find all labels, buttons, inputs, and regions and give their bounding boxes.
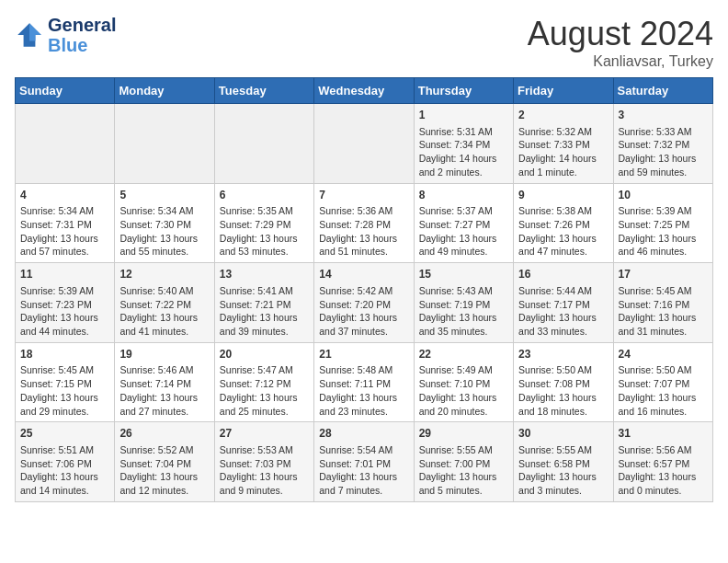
day-number: 24 bbox=[619, 347, 708, 362]
day-info: Sunset: 7:12 PM bbox=[220, 377, 309, 391]
month-year-title: August 2024 bbox=[528, 15, 713, 53]
day-cell-1: 1Sunrise: 5:31 AMSunset: 7:34 PMDaylight… bbox=[414, 104, 513, 184]
day-cell-21: 21Sunrise: 5:48 AMSunset: 7:11 PMDayligh… bbox=[314, 342, 414, 422]
weekday-header-monday: Monday bbox=[115, 78, 214, 104]
day-number: 19 bbox=[119, 347, 209, 362]
day-info: Daylight: 13 hours and 29 minutes. bbox=[20, 391, 109, 418]
day-info: Sunrise: 5:55 AM bbox=[419, 443, 508, 457]
day-info: Daylight: 13 hours and 23 minutes. bbox=[319, 391, 408, 418]
day-info: Daylight: 13 hours and 7 minutes. bbox=[319, 470, 408, 497]
weekday-header-tuesday: Tuesday bbox=[214, 78, 313, 104]
day-number: 1 bbox=[419, 108, 508, 123]
day-info: Sunrise: 5:42 AM bbox=[319, 284, 408, 298]
day-info: Daylight: 13 hours and 12 minutes. bbox=[119, 470, 209, 497]
week-row-1: 1Sunrise: 5:31 AMSunset: 7:34 PMDaylight… bbox=[16, 104, 713, 184]
day-info: Sunrise: 5:54 AM bbox=[319, 443, 408, 457]
calendar-title-block: August 2024 Kanliavsar, Turkey bbox=[528, 15, 713, 70]
day-info: Sunset: 7:33 PM bbox=[518, 138, 608, 152]
day-number: 29 bbox=[419, 426, 508, 442]
day-number: 31 bbox=[619, 426, 708, 442]
day-info: Sunrise: 5:35 AM bbox=[220, 204, 309, 218]
day-info: Sunrise: 5:39 AM bbox=[20, 284, 109, 298]
day-info: Sunrise: 5:41 AM bbox=[220, 284, 309, 298]
day-number: 6 bbox=[220, 188, 309, 203]
day-info: Daylight: 13 hours and 3 minutes. bbox=[518, 470, 608, 497]
day-info: Sunrise: 5:43 AM bbox=[419, 284, 508, 298]
empty-cell bbox=[115, 104, 214, 184]
page-header: General Blue August 2024 Kanliavsar, Tur… bbox=[15, 15, 713, 70]
day-cell-31: 31Sunrise: 5:56 AMSunset: 6:57 PMDayligh… bbox=[613, 422, 712, 502]
calendar-table: SundayMondayTuesdayWednesdayThursdayFrid… bbox=[15, 77, 713, 502]
day-info: Sunrise: 5:55 AM bbox=[518, 443, 608, 457]
day-cell-12: 12Sunrise: 5:40 AMSunset: 7:22 PMDayligh… bbox=[115, 263, 214, 343]
day-number: 9 bbox=[518, 188, 608, 203]
day-info: Daylight: 13 hours and 46 minutes. bbox=[619, 232, 708, 259]
day-number: 23 bbox=[518, 347, 608, 362]
logo-text: General Blue bbox=[48, 15, 116, 55]
day-info: Sunrise: 5:50 AM bbox=[518, 363, 608, 377]
weekday-header-row: SundayMondayTuesdayWednesdayThursdayFrid… bbox=[16, 78, 713, 104]
day-info: Daylight: 13 hours and 39 minutes. bbox=[220, 311, 309, 338]
day-number: 30 bbox=[518, 426, 608, 442]
day-cell-3: 3Sunrise: 5:33 AMSunset: 7:32 PMDaylight… bbox=[613, 104, 712, 184]
day-info: Sunrise: 5:56 AM bbox=[619, 443, 708, 457]
day-cell-9: 9Sunrise: 5:38 AMSunset: 7:26 PMDaylight… bbox=[514, 183, 613, 263]
day-info: Daylight: 13 hours and 41 minutes. bbox=[119, 311, 209, 338]
day-info: Sunrise: 5:46 AM bbox=[119, 363, 209, 377]
day-info: Sunrise: 5:39 AM bbox=[619, 204, 708, 218]
day-info: Sunset: 7:03 PM bbox=[220, 457, 309, 471]
day-info: Daylight: 13 hours and 49 minutes. bbox=[419, 232, 508, 259]
day-info: Sunset: 7:04 PM bbox=[119, 457, 209, 471]
day-info: Daylight: 13 hours and 16 minutes. bbox=[619, 391, 708, 418]
day-number: 20 bbox=[220, 347, 309, 362]
day-number: 15 bbox=[419, 267, 508, 282]
day-number: 21 bbox=[319, 347, 408, 362]
weekday-header-wednesday: Wednesday bbox=[314, 78, 414, 104]
day-info: Sunrise: 5:44 AM bbox=[518, 284, 608, 298]
day-info: Sunset: 7:28 PM bbox=[319, 218, 408, 232]
day-number: 10 bbox=[619, 188, 708, 203]
day-info: Sunrise: 5:34 AM bbox=[20, 204, 109, 218]
day-info: Sunset: 7:29 PM bbox=[220, 218, 309, 232]
day-info: Daylight: 13 hours and 35 minutes. bbox=[419, 311, 508, 338]
day-info: Daylight: 13 hours and 57 minutes. bbox=[20, 232, 109, 259]
day-info: Sunrise: 5:49 AM bbox=[419, 363, 508, 377]
day-info: Sunset: 7:10 PM bbox=[419, 377, 508, 391]
day-number: 18 bbox=[20, 347, 109, 362]
day-cell-14: 14Sunrise: 5:42 AMSunset: 7:20 PMDayligh… bbox=[314, 263, 414, 343]
day-info: Sunrise: 5:51 AM bbox=[20, 443, 109, 457]
location-subtitle: Kanliavsar, Turkey bbox=[528, 53, 713, 70]
day-info: Daylight: 13 hours and 20 minutes. bbox=[419, 391, 508, 418]
weekday-header-sunday: Sunday bbox=[16, 78, 115, 104]
day-info: Sunset: 7:01 PM bbox=[319, 457, 408, 471]
day-info: Daylight: 13 hours and 5 minutes. bbox=[419, 470, 508, 497]
day-info: Sunrise: 5:38 AM bbox=[518, 204, 608, 218]
day-number: 17 bbox=[619, 267, 708, 282]
day-info: Sunrise: 5:45 AM bbox=[619, 284, 708, 298]
weekday-header-friday: Friday bbox=[514, 78, 613, 104]
day-info: Sunset: 7:25 PM bbox=[619, 218, 708, 232]
day-cell-19: 19Sunrise: 5:46 AMSunset: 7:14 PMDayligh… bbox=[115, 342, 214, 422]
day-info: Daylight: 13 hours and 37 minutes. bbox=[319, 311, 408, 338]
day-number: 14 bbox=[319, 267, 408, 282]
logo: General Blue bbox=[15, 15, 116, 55]
day-info: Daylight: 14 hours and 1 minute. bbox=[518, 152, 608, 178]
day-info: Sunset: 7:23 PM bbox=[20, 298, 109, 312]
day-number: 7 bbox=[319, 188, 408, 203]
day-cell-23: 23Sunrise: 5:50 AMSunset: 7:08 PMDayligh… bbox=[514, 342, 613, 422]
empty-cell bbox=[16, 104, 115, 184]
day-cell-7: 7Sunrise: 5:36 AMSunset: 7:28 PMDaylight… bbox=[314, 183, 414, 263]
day-info: Daylight: 13 hours and 0 minutes. bbox=[619, 470, 708, 497]
day-info: Sunset: 7:17 PM bbox=[518, 298, 608, 312]
day-info: Daylight: 13 hours and 51 minutes. bbox=[319, 232, 408, 259]
day-info: Sunset: 7:16 PM bbox=[619, 298, 708, 312]
empty-cell bbox=[314, 104, 414, 184]
week-row-4: 18Sunrise: 5:45 AMSunset: 7:15 PMDayligh… bbox=[16, 342, 713, 422]
day-number: 16 bbox=[518, 267, 608, 282]
day-info: Sunrise: 5:33 AM bbox=[619, 125, 708, 139]
day-cell-26: 26Sunrise: 5:52 AMSunset: 7:04 PMDayligh… bbox=[115, 422, 214, 502]
day-info: Sunrise: 5:32 AM bbox=[518, 125, 608, 139]
day-info: Daylight: 13 hours and 47 minutes. bbox=[518, 232, 608, 259]
day-cell-17: 17Sunrise: 5:45 AMSunset: 7:16 PMDayligh… bbox=[613, 263, 712, 343]
day-info: Sunrise: 5:47 AM bbox=[220, 363, 309, 377]
